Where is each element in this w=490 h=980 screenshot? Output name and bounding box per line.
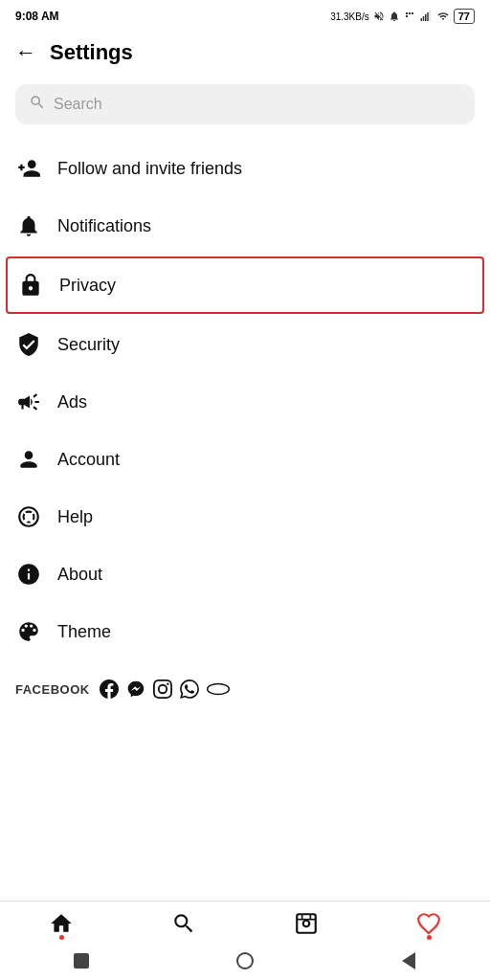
- menu-item-theme[interactable]: Theme: [15, 603, 475, 660]
- android-square[interactable]: [72, 951, 91, 970]
- search-bar[interactable]: Search: [15, 84, 475, 124]
- android-back[interactable]: [399, 951, 418, 970]
- svg-point-9: [207, 684, 229, 695]
- nav-items: [0, 902, 490, 944]
- instagram-icon: [153, 679, 172, 699]
- menu-item-ads[interactable]: Ads: [15, 373, 475, 431]
- status-time: 9:08 AM: [15, 10, 59, 23]
- security-label: Security: [57, 335, 120, 355]
- shield-icon: [15, 331, 42, 358]
- back-button[interactable]: ←: [15, 40, 36, 65]
- search-icon: [29, 94, 46, 115]
- facebook-label: FACEBOOK: [15, 682, 90, 697]
- svg-rect-10: [297, 914, 316, 933]
- android-home[interactable]: [235, 951, 255, 970]
- palette-icon: [15, 618, 42, 645]
- theme-label: Theme: [57, 622, 111, 642]
- account-label: Account: [57, 450, 120, 470]
- page-title: Settings: [50, 40, 133, 65]
- svg-rect-5: [423, 16, 425, 21]
- svg-rect-8: [429, 11, 431, 21]
- mute-icon: [373, 11, 385, 22]
- notifications-label: Notifications: [57, 216, 151, 236]
- svg-point-11: [303, 921, 310, 927]
- follow-label: Follow and invite friends: [57, 159, 242, 179]
- follow-icon: [15, 155, 42, 182]
- lock-icon: [17, 272, 44, 299]
- facebook-icons: [100, 679, 230, 699]
- nav-home[interactable]: [49, 911, 74, 936]
- menu-item-about[interactable]: About: [15, 546, 475, 603]
- status-bar: 9:08 AM 31.3KB/s 77: [0, 0, 490, 31]
- nav-heart[interactable]: [416, 911, 441, 936]
- search-container: Search: [0, 75, 490, 140]
- settings-menu: Follow and invite friends Notifications …: [0, 140, 490, 660]
- home-icon: [49, 911, 74, 936]
- reels-icon: [294, 911, 319, 936]
- menu-item-privacy[interactable]: Privacy: [6, 256, 484, 314]
- heart-dot: [427, 935, 432, 940]
- svg-rect-6: [425, 14, 427, 21]
- person-icon: [15, 446, 42, 473]
- nav-search[interactable]: [171, 911, 196, 936]
- battery-level: 77: [454, 9, 475, 24]
- heart-icon: [416, 911, 441, 936]
- facebook-section: FACEBOOK: [0, 660, 490, 708]
- menu-item-account[interactable]: Account: [15, 431, 475, 488]
- android-nav: [0, 944, 490, 980]
- ads-label: Ads: [57, 392, 87, 412]
- messenger-icon: [126, 679, 145, 699]
- info-icon: [15, 561, 42, 588]
- svg-rect-3: [406, 15, 408, 17]
- facebook-icon: [100, 679, 119, 699]
- svg-rect-1: [409, 12, 411, 14]
- whatsapp-icon: [180, 679, 199, 699]
- network-speed: 31.3KB/s: [330, 11, 369, 22]
- menu-item-follow[interactable]: Follow and invite friends: [15, 140, 475, 197]
- nav-reels[interactable]: [294, 911, 319, 936]
- status-icons: 31.3KB/s 77: [330, 9, 475, 24]
- menu-item-security[interactable]: Security: [15, 316, 475, 373]
- svg-rect-0: [406, 12, 408, 14]
- about-label: About: [57, 565, 102, 585]
- page-header: ← Settings: [0, 31, 490, 75]
- svg-rect-7: [427, 12, 429, 21]
- svg-rect-2: [412, 12, 413, 14]
- home-dot: [59, 935, 64, 940]
- megaphone-icon: [15, 389, 42, 415]
- menu-item-help[interactable]: Help: [15, 488, 475, 546]
- bell-icon: [15, 212, 42, 239]
- sim-icon: [404, 11, 415, 22]
- search-nav-icon: [171, 911, 196, 936]
- alarm-icon: [389, 11, 400, 22]
- help-label: Help: [57, 507, 93, 527]
- privacy-label: Privacy: [59, 276, 116, 296]
- svg-rect-4: [420, 18, 422, 21]
- menu-item-notifications[interactable]: Notifications: [15, 197, 475, 255]
- bottom-navigation: [0, 901, 490, 980]
- search-placeholder: Search: [54, 96, 102, 113]
- wifi-icon: [436, 11, 450, 22]
- signal-icon: [419, 11, 433, 22]
- lifebuoy-icon: [15, 503, 42, 530]
- portal-icon: [207, 682, 230, 696]
